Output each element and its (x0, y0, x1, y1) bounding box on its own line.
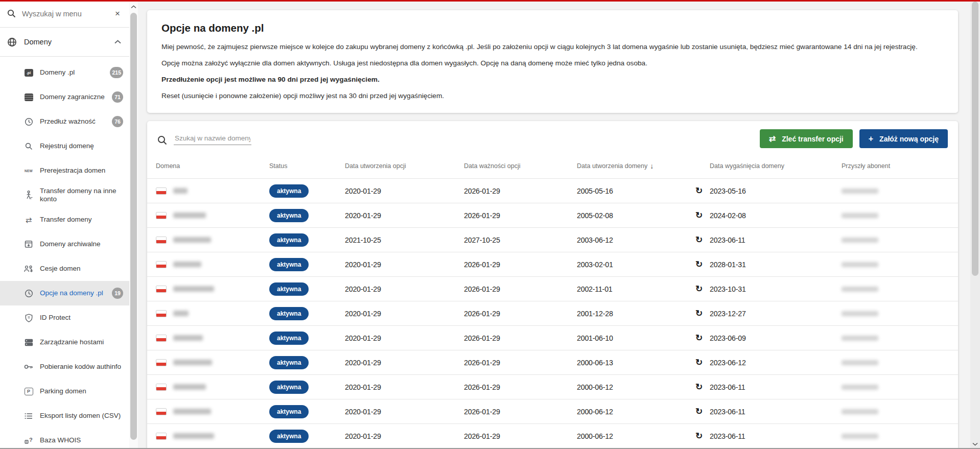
sidebar-item-label: Prerejestracja domen (40, 167, 123, 175)
table-row[interactable]: aktywna2020-01-292026-01-292000-06-12↻20… (147, 399, 958, 423)
domain-search-input[interactable] (174, 133, 251, 145)
status-badge: aktywna (269, 184, 309, 198)
sidebar-item-pl-domains[interactable]: .plDomeny .pl215 (0, 60, 129, 85)
future-subscriber-cell (842, 310, 958, 318)
domain-created-cell: 2001-06-10 (577, 334, 710, 342)
sidebar-item-list[interactable]: Eksport listy domen (CSV) (0, 404, 129, 428)
domain-expires-cell: ↻2023-06-11 (710, 408, 842, 416)
poland-flag-icon (156, 335, 167, 342)
menu-search-input[interactable] (22, 10, 113, 18)
sidebar-item-new[interactable]: NEWPrerejestracja domen (0, 158, 129, 183)
column-header[interactable]: Domena (156, 162, 269, 170)
future-subscriber-cell (842, 408, 958, 416)
table-row[interactable]: aktywna2020-01-292026-01-292002-11-01↻20… (147, 276, 958, 301)
sort-desc-icon[interactable]: ↓ (650, 162, 654, 170)
domain-cell[interactable] (156, 310, 269, 317)
option-created-cell: 2021-10-25 (345, 236, 464, 244)
scrollbar-thumb[interactable] (130, 13, 137, 440)
domain-cell[interactable] (156, 359, 269, 366)
sidebar-item-archive[interactable]: Domeny archiwalne (0, 232, 129, 256)
table-row[interactable]: aktywna2020-01-292026-01-292001-12-28↻20… (147, 301, 958, 325)
sidebar-item-label: Transfer domeny na inne konto (40, 187, 123, 203)
status-cell: aktywna (269, 258, 345, 271)
domain-created-cell: 2003-06-12 (577, 236, 710, 244)
chevron-up-icon[interactable] (114, 40, 121, 44)
intro-card: Opcje na domeny .pl Miej pewność, że zaj… (147, 10, 958, 113)
redacted-subscriber (842, 434, 878, 439)
sidebar-item-key[interactable]: Pobieranie kodów authinfo (0, 355, 129, 379)
status-cell: aktywna (269, 381, 345, 394)
status-badge: aktywna (269, 356, 309, 369)
create-new-option-button[interactable]: + Załóż nową opcję (859, 129, 948, 148)
close-icon[interactable]: × (113, 8, 122, 20)
option-valid-cell: 2026-01-29 (464, 432, 577, 440)
domain-created-cell: 2002-11-01 (577, 285, 710, 293)
domain-cell[interactable] (156, 384, 269, 391)
renew-icon[interactable]: ↻ (695, 211, 703, 220)
sidebar-item-shield[interactable]: ID Protect (0, 305, 129, 330)
renew-icon[interactable]: ↻ (695, 235, 703, 244)
redacted-domain-name (173, 335, 203, 341)
table-row[interactable]: aktywna2020-01-292026-01-292005-02-08↻20… (147, 203, 958, 227)
domain-created-cell: 2000-06-12 (577, 383, 710, 391)
renew-icon[interactable]: ↻ (695, 260, 703, 269)
column-header[interactable]: Przyszły abonent (842, 162, 958, 170)
scrollbar-thumb[interactable] (972, 2, 978, 276)
table-row[interactable]: aktywna2021-10-252027-10-252003-06-12↻20… (147, 227, 958, 252)
table-row[interactable]: aktywna2020-01-292026-01-292000-06-12↻20… (147, 423, 958, 448)
sidebar-item-foreign-domains[interactable]: .ioDomeny zagraniczne71 (0, 85, 129, 109)
sidebar-item-people[interactable]: Cesje domen (0, 256, 129, 281)
column-header[interactable]: Data utworzenia domeny↓ (577, 162, 710, 170)
sidebar: × Domeny .plDomeny .pl215.ioDomeny zagra… (0, 0, 129, 449)
column-header[interactable]: Data wygaśnięcia domeny (710, 162, 842, 170)
renew-icon[interactable]: ↻ (695, 309, 703, 318)
sidebar-item-transfer-arrows[interactable]: ⇄Transfer domeny (0, 207, 129, 232)
column-header[interactable]: Status (269, 162, 345, 170)
sidebar-item-clock[interactable]: Przedłuż ważność76 (0, 109, 129, 134)
table-row[interactable]: aktywna2020-01-292026-01-292003-02-01↻20… (147, 252, 958, 276)
table-row[interactable]: aktywna2020-01-292026-01-292005-05-16↻20… (147, 178, 958, 203)
sidebar-item-label: ID Protect (40, 314, 123, 322)
sidebar-item-label: Cesje domen (40, 265, 123, 273)
renew-icon[interactable]: ↻ (695, 383, 703, 391)
sidebar-scrollbar[interactable] (129, 2, 138, 449)
status-badge: aktywna (269, 332, 309, 345)
sidebar-item-search[interactable]: Rejestruj domenę (0, 134, 129, 158)
table-row[interactable]: aktywna2020-01-292026-01-292000-06-12↻20… (147, 374, 958, 399)
table-row[interactable]: aktywna2020-01-292026-01-292000-06-13↻20… (147, 350, 958, 374)
sidebar-item-whois[interactable]: ?Baza WHOIS (0, 428, 129, 449)
scroll-up-icon[interactable] (129, 2, 138, 11)
redacted-subscriber (842, 311, 878, 316)
domain-cell[interactable] (156, 286, 269, 293)
column-header[interactable]: Data utworzenia opcji (345, 162, 464, 170)
domain-cell[interactable] (156, 187, 269, 195)
sidebar-group-domeny[interactable]: Domeny (0, 28, 129, 57)
status-cell: aktywna (269, 332, 345, 345)
domain-cell[interactable] (156, 433, 269, 440)
renew-icon[interactable]: ↻ (695, 285, 703, 293)
sidebar-item-parking[interactable]: PParking domen (0, 379, 129, 404)
table-row[interactable]: aktywna2020-01-292026-01-292001-06-10↻20… (147, 325, 958, 350)
scroll-down-icon[interactable] (970, 440, 980, 448)
renew-icon[interactable]: ↻ (695, 334, 703, 342)
order-option-transfer-button[interactable]: ⇄ Zleć transfer opcji (760, 129, 853, 148)
domain-cell[interactable] (156, 261, 269, 268)
renew-icon[interactable]: ↻ (695, 432, 703, 440)
sidebar-item-hosts[interactable]: Zarządzanie hostami (0, 330, 129, 355)
sidebar-item-history-clock[interactable]: Opcje na domeny .pl19 (0, 281, 129, 305)
option-valid-cell: 2026-01-29 (464, 359, 577, 367)
domain-cell[interactable] (156, 408, 269, 415)
renew-icon[interactable]: ↻ (695, 407, 703, 416)
sidebar-group-label: Domeny (24, 38, 114, 46)
hosts-icon (24, 339, 34, 346)
domain-cell[interactable] (156, 212, 269, 219)
redacted-subscriber (842, 385, 878, 390)
domain-cell[interactable] (156, 335, 269, 342)
sidebar-item-person-transfer[interactable]: Transfer domeny na inne konto (0, 183, 129, 207)
domain-cell[interactable] (156, 237, 269, 244)
page-scrollbar[interactable] (970, 2, 980, 449)
renew-icon[interactable]: ↻ (695, 358, 703, 367)
renew-icon[interactable]: ↻ (695, 186, 703, 195)
column-header[interactable]: Data ważności opcji (464, 162, 577, 170)
status-cell: aktywna (269, 184, 345, 198)
